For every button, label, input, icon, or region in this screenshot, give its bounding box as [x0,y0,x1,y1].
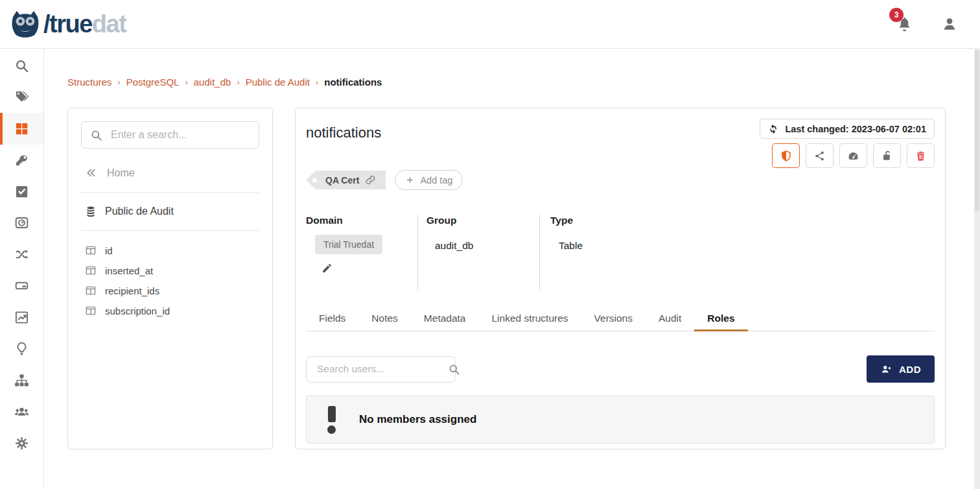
check-square-icon [14,184,29,199]
edit-domain-button[interactable] [321,263,332,274]
field-row-subscription-id[interactable]: subscription_id [85,305,259,316]
breadcrumb: Structures › PostgreSQL › audit_db › Pub… [67,77,946,88]
tags-row: QA Cert Add tag [306,170,935,190]
breadcrumb-separator: › [237,77,239,87]
domain-label: Domain [306,215,417,226]
divider [81,230,259,231]
lock-button[interactable] [873,143,901,168]
breadcrumb-separator: › [185,77,187,87]
chevron-double-left-icon [85,167,97,179]
tag-label: QA Cert [325,175,359,185]
exclamation-icon [327,406,336,434]
server-icon [14,278,29,293]
user-search-input[interactable] [316,363,448,376]
breadcrumb-link-database[interactable]: audit_db [194,77,231,88]
add-tag-button[interactable]: Add tag [395,170,463,190]
confidential-button[interactable] [772,143,800,168]
truedat-logo[interactable]: /truedat [10,8,126,40]
sidebar-item-rules[interactable] [0,208,43,239]
user-menu-button[interactable] [941,16,958,32]
explorer-node-label: Public de Audit [105,206,174,217]
shuffle-icon [14,247,29,262]
notifications-button[interactable]: 3 [896,16,913,32]
scrollbar-thumb[interactable] [975,49,979,211]
field-row-recipient-ids[interactable]: recipient_ids [85,285,259,296]
tab-notes[interactable]: Notes [358,307,411,331]
structure-actions [772,143,935,168]
tab-linked-structures[interactable]: Linked structures [479,307,581,331]
pencil-icon [321,263,332,274]
main-content: Structures › PostgreSQL › audit_db › Pub… [44,49,980,489]
link-icon [366,175,375,185]
explorer-search-box [81,121,259,149]
sidebar-item-glossary[interactable] [0,82,43,113]
structure-detail-panel: notifications Last changed: 2023-06-07 0… [295,108,946,449]
sidebar-item-search[interactable] [0,50,43,82]
sidebar-item-systems[interactable] [0,270,43,302]
group-label: Group [426,215,539,226]
last-changed-label: Last changed: 2023-06-07 02:01 [785,124,926,134]
roles-toolbar: ADD [306,355,935,383]
owl-icon [10,8,40,40]
breadcrumb-link-schema[interactable]: Public de Audit [246,77,310,88]
key-icon [14,152,29,167]
add-member-label: ADD [899,364,921,375]
structure-explorer-panel: Home Public de Audit id inserted_at [67,108,273,449]
share-icon [814,150,825,161]
notification-count-badge: 3 [889,8,904,22]
sidebar-item-users[interactable] [0,396,43,428]
breadcrumb-separator: › [316,77,318,87]
sidebar-item-settings[interactable] [0,427,43,459]
breadcrumb-current: notifications [324,77,382,88]
sidebar-item-structures[interactable] [0,113,43,145]
field-label: recipient_ids [105,285,159,296]
tab-audit[interactable]: Audit [646,307,694,331]
share-button[interactable] [806,143,834,168]
explorer-back-home[interactable]: Home [85,167,259,179]
add-tag-label: Add tag [420,175,452,185]
tab-fields[interactable]: Fields [306,307,358,331]
tab-metadata[interactable]: Metadata [411,307,479,331]
field-row-inserted-at[interactable]: inserted_at [85,265,259,276]
type-label: Type [550,215,935,226]
breadcrumb-separator: › [117,77,120,87]
last-changed-button[interactable]: Last changed: 2023-06-07 02:01 [760,119,935,139]
plus-icon [405,175,415,185]
delete-button[interactable] [907,143,935,168]
explorer-search-input[interactable] [110,128,250,141]
empty-members-message: No members assigned [306,396,935,444]
add-member-button[interactable]: ADD [867,355,935,383]
table-columns-icon [85,265,97,276]
sidebar-item-insights[interactable] [0,333,43,365]
header-actions: 3 [896,16,962,32]
domain-chip: Trial Truedat [315,235,382,254]
field-label: inserted_at [105,265,153,276]
tag-chip[interactable]: QA Cert [306,171,386,189]
sidebar-item-taxonomy[interactable] [0,364,43,396]
sidebar-item-permissions[interactable] [0,145,43,176]
group-column: Group audit_db [417,215,539,290]
breadcrumb-link-system[interactable]: PostgreSQL [126,77,180,88]
breadcrumb-link-structures[interactable]: Structures [67,77,111,88]
type-column: Type Table [539,215,935,290]
gauge-box-icon [14,215,29,230]
search-icon [448,363,460,376]
sidebar-item-dashboards[interactable] [0,302,43,333]
shield-icon [780,150,792,162]
field-row-id[interactable]: id [85,244,259,256]
empty-members-text: No members assigned [359,413,476,426]
users-icon [14,404,29,419]
sidebar-item-lineage[interactable] [0,239,43,270]
trash-icon [915,150,926,161]
sidebar-item-quality[interactable] [0,176,43,208]
table-columns-icon [85,285,97,296]
tab-roles[interactable]: Roles [694,307,747,331]
table-columns-icon [85,244,97,256]
refresh-icon [768,124,778,134]
group-value: audit_db [435,240,539,252]
explorer-current-node[interactable]: Public de Audit [85,206,259,217]
page-scrollbar[interactable] [974,49,980,489]
profiling-button[interactable] [839,143,867,168]
icon-sidebar [0,49,44,489]
tab-versions[interactable]: Versions [581,307,646,331]
